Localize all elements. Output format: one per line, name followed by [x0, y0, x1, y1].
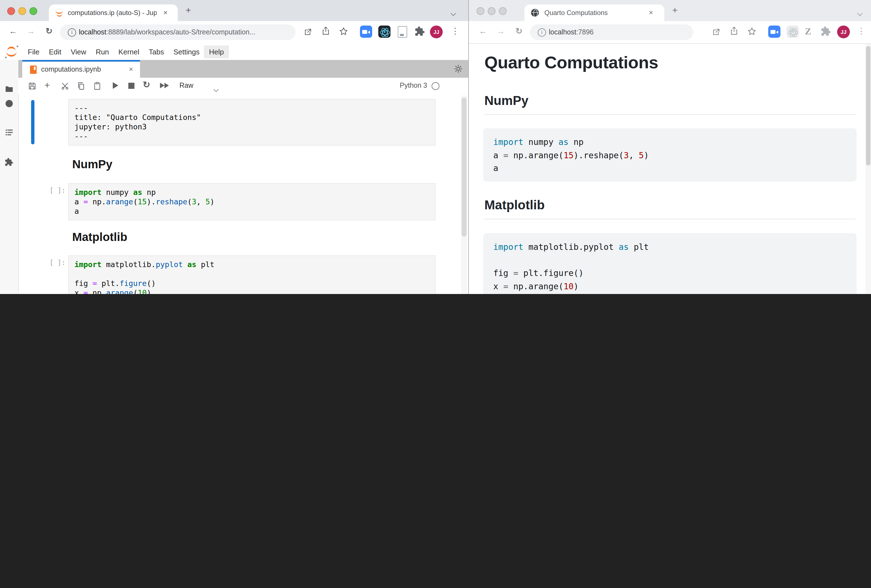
extensions-puzzle-icon[interactable]: [415, 26, 425, 39]
traffic-zoom-button[interactable]: [30, 7, 37, 15]
address-bar[interactable]: i localhost:8889/lab/workspaces/auto-S/t…: [60, 24, 295, 40]
markdown-heading-numpy[interactable]: NumPy: [72, 158, 112, 171]
code-line: x = np.arange(10): [75, 288, 430, 294]
page-scrollbar-thumb[interactable]: [866, 46, 871, 166]
traffic-zoom-button[interactable]: [499, 7, 507, 15]
notebook-scrollbar-thumb[interactable]: [462, 98, 467, 237]
zoom-extension-icon[interactable]: [768, 25, 780, 38]
browser-menu-dots-icon[interactable]: ⋮: [451, 26, 459, 36]
new-tab-button[interactable]: +: [186, 5, 191, 16]
kernel-name[interactable]: Python 3: [400, 82, 427, 90]
traffic-minimize-button[interactable]: [18, 7, 26, 15]
code-line: a = np.arange(15).reshape(3, 5): [493, 149, 847, 162]
profile-avatar[interactable]: JJ: [837, 25, 850, 38]
table-of-contents-icon[interactable]: [4, 128, 14, 137]
notebook-tab[interactable]: computations.ipynb ×: [22, 60, 140, 78]
back-icon[interactable]: ←: [479, 26, 487, 36]
new-tab-button[interactable]: +: [672, 5, 678, 16]
traffic-minimize-button[interactable]: [488, 7, 495, 15]
property-inspector-gear-icon[interactable]: [454, 64, 463, 76]
notebook-content: ---title: "Quarto Computations"jupyter: …: [19, 94, 468, 294]
cut-cells-icon[interactable]: [61, 82, 69, 91]
page-scrollbar[interactable]: [865, 44, 871, 294]
address-bar[interactable]: i localhost:7896: [530, 24, 693, 40]
menu-help[interactable]: Help: [204, 45, 229, 58]
save-icon[interactable]: [28, 82, 37, 91]
bookmark-star-icon[interactable]: [747, 27, 757, 38]
code-line: title: "Quarto Computations": [75, 113, 430, 122]
reload-icon[interactable]: ↻: [46, 26, 52, 36]
dock-tabbar: computations.ipynb ×: [18, 60, 468, 78]
url-path: :7896: [576, 28, 594, 36]
matplotlib-cell-input[interactable]: import matplotlib.pyplot as plt fig = pl…: [68, 255, 436, 294]
site-info-icon[interactable]: i: [68, 28, 76, 37]
restart-run-all-icon[interactable]: [160, 82, 169, 91]
browser-tab[interactable]: computations.ip (auto-S) - Jup ×: [49, 4, 178, 21]
menu-run[interactable]: Run: [96, 45, 109, 58]
reload-icon[interactable]: ↻: [515, 26, 522, 36]
menu-tabs[interactable]: Tabs: [149, 45, 164, 58]
kernel-status-icon[interactable]: [432, 82, 439, 90]
profile-avatar[interactable]: JJ: [430, 25, 443, 38]
notebook-scrollbar[interactable]: [461, 96, 467, 294]
tab-close-icon[interactable]: ×: [649, 8, 653, 16]
restart-kernel-icon[interactable]: ↻: [143, 79, 152, 88]
menu-settings[interactable]: Settings: [173, 45, 199, 58]
quarto-browser-window: Quarto Computations × + ← → ↻ i localhos…: [469, 0, 871, 294]
page-title: Quarto Computations: [484, 53, 658, 73]
forward-icon[interactable]: →: [497, 26, 505, 36]
open-in-new-icon[interactable]: [712, 27, 721, 39]
active-cell-indicator[interactable]: [31, 100, 34, 144]
extension-manager-icon[interactable]: [4, 158, 14, 167]
running-kernels-icon[interactable]: [4, 99, 14, 108]
document-extension-icon[interactable]: [398, 26, 407, 38]
code-line: fig = plt.figure(): [493, 267, 847, 280]
site-info-icon[interactable]: i: [538, 28, 546, 37]
notebook-file-icon: [30, 66, 37, 74]
menu-file[interactable]: File: [28, 45, 39, 58]
run-cell-icon[interactable]: [112, 82, 121, 91]
code-line: a = np.arange(15).reshape(3, 5): [75, 197, 430, 207]
open-in-new-icon[interactable]: [303, 27, 313, 39]
browser-menu-dots-icon[interactable]: ⋮: [857, 26, 865, 36]
bookmark-star-icon[interactable]: [339, 27, 348, 38]
cell-type-dropdown[interactable]: Raw: [180, 82, 193, 90]
code-line: ---: [75, 131, 430, 141]
traffic-close-button[interactable]: [7, 7, 15, 15]
notebook-tab-close-icon[interactable]: ×: [129, 65, 133, 73]
tab-close-icon[interactable]: ×: [163, 8, 168, 16]
share-icon[interactable]: [729, 26, 739, 38]
interrupt-kernel-icon[interactable]: [127, 82, 136, 91]
traffic-close-button[interactable]: [477, 7, 484, 15]
back-icon[interactable]: ←: [9, 26, 17, 36]
share-icon[interactable]: [321, 26, 331, 38]
cell-type-chevron-icon[interactable]: [214, 84, 218, 94]
copy-cells-icon[interactable]: [77, 82, 85, 91]
menu-edit[interactable]: Edit: [49, 45, 61, 58]
menu-view[interactable]: View: [71, 45, 86, 58]
react-devtools-extension-icon[interactable]: [378, 25, 391, 38]
forward-icon[interactable]: →: [27, 26, 35, 36]
tab-search-chevron-icon[interactable]: [451, 8, 455, 18]
file-browser-icon[interactable]: [4, 84, 14, 94]
z-extension-icon[interactable]: Z: [805, 26, 811, 37]
code-line: a: [75, 207, 430, 216]
code-line: import matplotlib.pyplot as plt: [493, 241, 847, 254]
paste-cells-icon[interactable]: [93, 82, 102, 91]
browser-tab[interactable]: Quarto Computations ×: [524, 4, 664, 21]
section-heading-matplotlib: Matplotlib: [484, 198, 855, 219]
numpy-cell-input[interactable]: import numpy as npa = np.arange(15).resh…: [68, 183, 436, 221]
screen: computations.ip (auto-S) - Jup × + ← → ↻…: [0, 0, 871, 294]
zoom-extension-icon[interactable]: [360, 25, 372, 38]
extensions-puzzle-icon[interactable]: [820, 26, 831, 39]
react-devtools-extension-icon[interactable]: [787, 25, 799, 38]
markdown-heading-matplotlib[interactable]: Matplotlib: [72, 230, 127, 244]
add-cell-icon[interactable]: +: [45, 80, 53, 89]
code-line: import matplotlib.pyplot as plt: [75, 260, 430, 269]
raw-cell-input[interactable]: ---title: "Quarto Computations"jupyter: …: [68, 99, 436, 145]
browser-tabstrip: computations.ip (auto-S) - Jup × +: [0, 0, 468, 21]
tab-search-chevron-icon[interactable]: [858, 8, 862, 18]
menu-kernel[interactable]: Kernel: [118, 45, 139, 58]
browser-tab-title: Quarto Computations: [544, 9, 639, 16]
jupyterlab-activity-sidebar: [0, 60, 19, 294]
